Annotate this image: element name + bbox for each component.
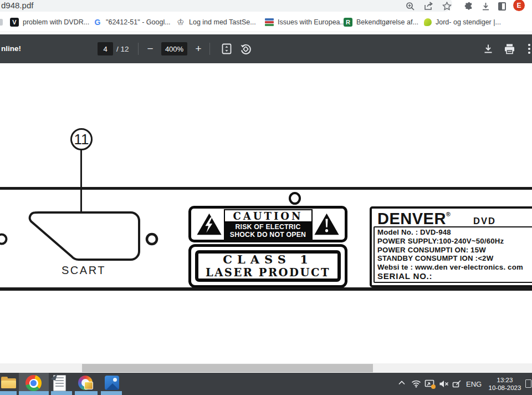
- address-text[interactable]: d948.pdf: [1, 1, 33, 10]
- registered-mark: ®: [446, 211, 451, 217]
- zoom-level-field[interactable]: 400%: [161, 42, 187, 55]
- screw-hole-right: [147, 234, 157, 244]
- pdf-toolbar: nline! 4 / 12 − 400% +: [0, 34, 532, 63]
- running-indicator: [101, 391, 122, 395]
- folder-front: [1, 381, 16, 388]
- file-explorer-icon[interactable]: [1, 377, 17, 389]
- page-zoom-icon[interactable]: [404, 1, 416, 12]
- scrollbar-thumb[interactable]: [82, 364, 373, 372]
- date: 10-08-2023: [483, 384, 526, 392]
- bookmarks-bar: V problem with DVDR... G "62412-51" - Go…: [0, 12, 532, 32]
- time: 13:23: [483, 376, 526, 384]
- bookmark-tastselv[interactable]: ♔ Log ind med TastSe...: [176, 16, 256, 29]
- action-center-icon[interactable]: [525, 379, 531, 388]
- caution-warning-text: RISK OF ELECTRIC SHOCK DO NOT OPEN: [224, 222, 313, 240]
- quill-glyph: [50, 372, 58, 381]
- downloads-icon[interactable]: [479, 1, 492, 12]
- denver-brand-logo: DENVER®: [377, 210, 451, 228]
- avatar-letter: E: [516, 2, 521, 9]
- laser-line2: LASER PRODUCT: [206, 266, 330, 280]
- bookmark-bekendtgorelse[interactable]: R Bekendtgørelse af...: [344, 16, 418, 29]
- caution-label: CAUTION RISK OF ELECTRIC SHOCK DO NOT OP…: [188, 206, 347, 242]
- panel-bottom-edge: [0, 287, 532, 291]
- tray-chevron-up-icon[interactable]: [398, 380, 406, 386]
- clock[interactable]: 13:23 10-08-2023: [483, 376, 526, 392]
- rotate-icon[interactable]: [238, 42, 253, 55]
- spec-text-block: Model No. : DVD-948 POWER SUPPLY:100-240…: [374, 226, 532, 283]
- extensions-icon[interactable]: [463, 1, 475, 12]
- leaf-icon: [424, 18, 432, 26]
- toolbar-divider: [209, 43, 210, 55]
- pdf-page[interactable]: 11 SCART CAUTION RISK OF ELECTRIC SHOCK …: [0, 63, 532, 363]
- download-icon[interactable]: [481, 42, 495, 55]
- google-g-icon: G: [93, 18, 102, 27]
- bookmark-problem-with-dvdr[interactable]: V problem with DVDR...: [10, 16, 89, 29]
- running-indicator: [19, 391, 49, 395]
- laser-line1: CLASS 1: [223, 252, 313, 266]
- caution-line2: SHOCK DO NOT OPEN: [224, 231, 313, 239]
- r-logo-icon: R: [344, 18, 352, 27]
- callout-11: 11: [70, 128, 93, 150]
- laser-label-inner: CLASS 1 LASER PRODUCT: [195, 250, 341, 282]
- fit-page-icon[interactable]: [219, 42, 234, 55]
- flag-stripes-icon: [265, 18, 274, 26]
- page-number-input[interactable]: 4: [98, 42, 113, 55]
- bookmark-google-search[interactable]: G "62412-51" - Googl...: [93, 16, 171, 29]
- callout-leader-line: [80, 150, 82, 215]
- scart-outline: [30, 212, 139, 260]
- denver-spec-label: DENVER® DVD PLAYER Model No. : DVD-948 P…: [370, 206, 532, 287]
- pdf-document-title: nline!: [1, 44, 21, 53]
- caution-line1: RISK OF ELECTRIC: [224, 223, 313, 231]
- volume-muted-icon[interactable]: [439, 380, 449, 388]
- v-logo-icon: V: [10, 18, 19, 27]
- scart-label: SCART: [53, 264, 115, 277]
- spec-line: SERIAL NO.:: [377, 272, 532, 281]
- panel-top-edge: [0, 187, 532, 190]
- notification-dot: [431, 384, 436, 389]
- side-panel-glyph: [498, 2, 506, 11]
- screw-hole-left: [0, 235, 7, 244]
- running-indicator: [0, 391, 17, 395]
- language-indicator[interactable]: ENG: [466, 380, 482, 388]
- spec-line: POWER CONSUMPTI ON: 15W: [377, 246, 532, 255]
- screen: d948.pdf E V problem with DVDR... G "624…: [0, 0, 532, 395]
- caution-title: CAUTION: [224, 209, 313, 222]
- caution-text-block: CAUTION RISK OF ELECTRIC SHOCK DO NOT OP…: [224, 209, 313, 240]
- more-options-icon[interactable]: [528, 44, 530, 55]
- bookmark-label: problem with DVDR...: [23, 18, 89, 26]
- bookmark-issues-europea[interactable]: Issues with Europea...: [265, 16, 346, 29]
- spec-line: Websi te : www.den ver-electronics. com: [377, 263, 532, 272]
- wordpad-icon[interactable]: [53, 375, 66, 391]
- mounting-hole: [289, 192, 301, 205]
- spec-line: POWER SUPPLY:100-240V~50/60Hz: [377, 237, 532, 246]
- side-panel-icon[interactable]: [496, 1, 508, 12]
- photo-viewer-icon[interactable]: [78, 376, 93, 390]
- running-indicator: [51, 391, 72, 395]
- wifi-icon[interactable]: [411, 379, 421, 388]
- bookmark-star-icon[interactable]: [441, 1, 453, 12]
- bookmark-partial-icon[interactable]: [0, 19, 3, 26]
- bookmark-label: Log ind med TastSe...: [189, 18, 256, 26]
- print-icon[interactable]: [502, 42, 516, 55]
- page-total-label: / 12: [116, 45, 129, 53]
- toolbar-divider: [138, 43, 139, 55]
- zoom-out-button[interactable]: −: [143, 42, 157, 55]
- taskbar: ENG 13:23 10-08-2023: [0, 373, 532, 395]
- exclamation-warning-triangle-icon: [314, 212, 340, 236]
- spec-line: STANDBY CONSUMPT ION :<2W: [377, 254, 532, 263]
- horizontal-scrollbar[interactable]: [0, 363, 532, 373]
- spec-line: Model No. : DVD-948: [377, 228, 532, 237]
- omnibox[interactable]: [0, 0, 452, 12]
- photos-app-icon[interactable]: [105, 376, 119, 390]
- profile-avatar[interactable]: E: [513, 0, 525, 11]
- pen-workspace-icon[interactable]: [452, 380, 462, 388]
- bookmark-label: Jord- og stendiger |...: [436, 18, 501, 26]
- chrome-icon[interactable]: [25, 375, 42, 391]
- brand-text: DENVER: [377, 210, 446, 227]
- bookmark-jord-og-stendiger[interactable]: Jord- og stendiger |...: [424, 16, 501, 29]
- bookmark-label: "62412-51" - Googl...: [106, 18, 171, 26]
- zoom-in-button[interactable]: +: [191, 42, 206, 55]
- share-icon[interactable]: [422, 1, 434, 12]
- laser-label: CLASS 1 LASER PRODUCT: [188, 244, 347, 288]
- bookmark-label: Issues with Europea...: [278, 18, 346, 26]
